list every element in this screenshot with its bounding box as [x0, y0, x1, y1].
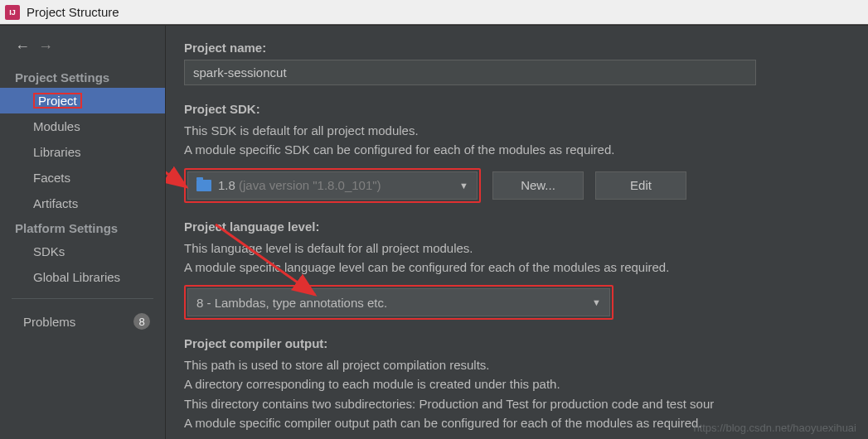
lang-desc-2: A module specific language level can be … [184, 258, 850, 277]
sidebar-item-facets[interactable]: Facets [0, 165, 165, 191]
problems-label: Problems [23, 315, 75, 329]
sidebar-item-problems[interactable]: Problems 8 [0, 307, 165, 335]
highlight-sdk: 1.8 (java version "1.8.0_101") ▼ [184, 168, 481, 203]
sidebar-item-label: Global Libraries [33, 270, 120, 284]
sidebar-item-modules[interactable]: Modules [0, 113, 165, 139]
compiler-output-label: Project compiler output: [184, 336, 850, 350]
sidebar: ← → Project Settings Project Modules Lib… [0, 26, 166, 439]
sidebar-item-label: Project [33, 93, 82, 109]
language-level-label: Project language level: [184, 220, 850, 234]
divider [12, 298, 153, 299]
sidebar-item-label: Libraries [33, 145, 81, 159]
section-project-settings: Project Settings [0, 65, 165, 88]
watermark: https://blog.csdn.net/haoyuexihuai [693, 422, 856, 434]
back-arrow-icon[interactable]: ← [15, 39, 30, 54]
content-pane: Project name: Project SDK: This SDK is d… [166, 26, 868, 439]
sidebar-item-label: SDKs [33, 244, 65, 258]
sidebar-item-label: Modules [33, 119, 80, 133]
sdk-desc-1: This SDK is default for all project modu… [184, 121, 850, 140]
problems-count-badge: 8 [133, 313, 150, 330]
chevron-down-icon: ▼ [592, 297, 601, 307]
sidebar-item-label: Facets [33, 171, 70, 185]
title-bar: Project Structure [0, 0, 868, 25]
sdk-value-dim: (java version "1.8.0_101") [239, 178, 381, 192]
section-platform-settings: Platform Settings [0, 216, 165, 239]
edit-sdk-button[interactable]: Edit [595, 171, 686, 200]
folder-icon [196, 180, 211, 191]
project-name-input[interactable] [184, 60, 756, 85]
sidebar-item-global-libraries[interactable]: Global Libraries [0, 264, 165, 290]
out-desc-1: This path is used to store all project c… [184, 355, 850, 374]
main-layout: ← → Project Settings Project Modules Lib… [0, 25, 868, 439]
sidebar-item-project[interactable]: Project [0, 88, 165, 113]
lang-value: 8 - Lambdas, type annotations etc. [196, 296, 387, 310]
forward-arrow-icon[interactable]: → [38, 39, 53, 54]
project-sdk-label: Project SDK: [184, 102, 850, 116]
project-name-label: Project name: [184, 41, 850, 55]
sidebar-item-artifacts[interactable]: Artifacts [0, 191, 165, 216]
project-sdk-dropdown[interactable]: 1.8 (java version "1.8.0_101") ▼ [187, 171, 478, 200]
nav-arrows: ← → [0, 32, 165, 65]
sidebar-item-label: Artifacts [33, 196, 78, 210]
sdk-value-main: 1.8 [218, 178, 235, 192]
window-title: Project Structure [27, 5, 119, 19]
sidebar-item-sdks[interactable]: SDKs [0, 239, 165, 264]
sidebar-item-libraries[interactable]: Libraries [0, 139, 165, 165]
lang-desc-1: This language level is default for all p… [184, 239, 850, 258]
out-desc-3: This directory contains two subdirectori… [184, 394, 850, 413]
sdk-desc-2: A module specific SDK can be configured … [184, 140, 850, 159]
highlight-lang: 8 - Lambdas, type annotations etc. ▼ [184, 285, 613, 320]
out-desc-2: A directory corresponding to each module… [184, 374, 850, 393]
app-logo-icon [5, 5, 20, 20]
language-level-dropdown[interactable]: 8 - Lambdas, type annotations etc. ▼ [187, 288, 610, 316]
chevron-down-icon: ▼ [459, 181, 468, 191]
new-sdk-button[interactable]: New... [492, 171, 584, 200]
